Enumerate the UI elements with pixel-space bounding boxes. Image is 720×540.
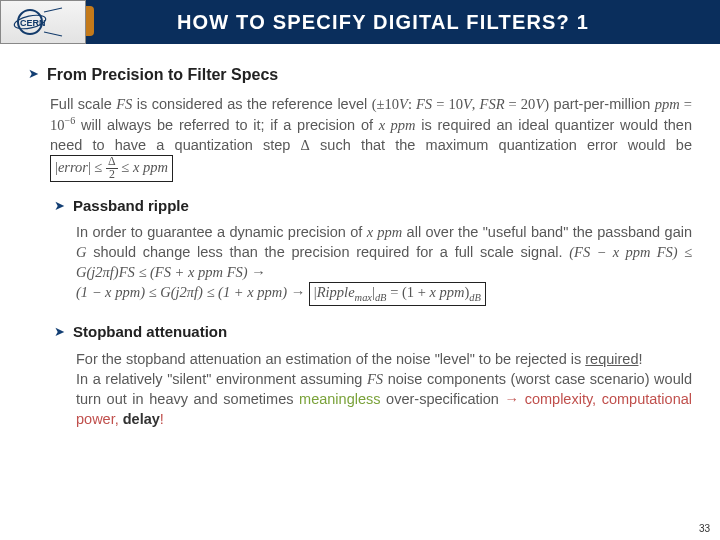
- logo-text: CERN: [20, 18, 46, 28]
- chevron-right-icon: ➤: [54, 322, 65, 343]
- heading-text: Stopband attenuation: [73, 322, 227, 343]
- slide-title: HOW TO SPECIFY DIGITAL FILTERS? 1: [86, 11, 720, 34]
- section-heading-stopband: ➤ Stopband attenuation: [54, 322, 692, 343]
- slide-body: ➤ From Precision to Filter Specs Full sc…: [0, 44, 720, 429]
- ripple-box: |Ripplemax|dB = (1 + x ppm)dB: [309, 282, 486, 305]
- heading-text: Passband ripple: [73, 196, 189, 217]
- chevron-right-icon: ➤: [28, 64, 39, 86]
- svg-line-2: [44, 8, 62, 12]
- svg-line-3: [44, 32, 62, 36]
- cern-logo: CERN: [0, 0, 86, 44]
- header-accent: [86, 6, 94, 36]
- stopband-paragraph: For the stopband attenuation an estimati…: [76, 349, 692, 429]
- section-heading-precision: ➤ From Precision to Filter Specs: [28, 64, 692, 86]
- slide-header: CERN HOW TO SPECIFY DIGITAL FILTERS? 1: [0, 0, 720, 44]
- section-heading-passband: ➤ Passband ripple: [54, 196, 692, 217]
- chevron-right-icon: ➤: [54, 196, 65, 217]
- passband-paragraph: In order to guarantee a dynamic precisio…: [76, 222, 692, 305]
- page-number: 33: [699, 523, 710, 534]
- heading-text: From Precision to Filter Specs: [47, 64, 278, 86]
- precision-paragraph: Full scale FS is considered as the refer…: [50, 94, 692, 182]
- error-bound-box: |error| ≤ Δ2 ≤ x ppm: [50, 155, 173, 182]
